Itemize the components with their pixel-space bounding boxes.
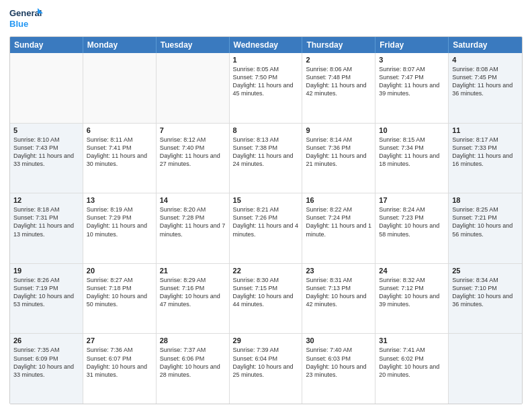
day-cell-19: 19Sunrise: 8:26 AM Sunset: 7:19 PM Dayli… (10, 264, 83, 334)
header-day-saturday: Saturday (449, 37, 522, 53)
day-number: 24 (379, 267, 445, 275)
calendar-header: SundayMondayTuesdayWednesdayThursdayFrid… (10, 37, 522, 53)
svg-text:General: General (9, 8, 42, 18)
cell-text: Sunrise: 8:07 AM Sunset: 7:47 PM Dayligh… (379, 65, 445, 98)
day-cell-18: 18Sunrise: 8:25 AM Sunset: 7:21 PM Dayli… (449, 193, 522, 263)
day-number: 1 (233, 56, 299, 64)
day-number: 22 (233, 267, 299, 275)
header-day-tuesday: Tuesday (157, 37, 230, 53)
empty-cell (157, 53, 230, 123)
cell-text: Sunrise: 8:15 AM Sunset: 7:34 PM Dayligh… (379, 136, 445, 169)
header-day-friday: Friday (375, 37, 449, 53)
day-number: 31 (379, 336, 445, 345)
calendar-body: 1Sunrise: 8:05 AM Sunset: 7:50 PM Daylig… (10, 53, 522, 404)
cell-text: Sunrise: 8:27 AM Sunset: 7:18 PM Dayligh… (87, 276, 152, 309)
day-number: 19 (13, 267, 79, 275)
day-number: 14 (160, 196, 226, 204)
day-cell-17: 17Sunrise: 8:24 AM Sunset: 7:23 PM Dayli… (375, 193, 449, 263)
cell-text: Sunrise: 8:11 AM Sunset: 7:41 PM Dayligh… (87, 136, 152, 169)
day-cell-4: 4Sunrise: 8:08 AM Sunset: 7:45 PM Daylig… (449, 53, 522, 123)
day-cell-25: 25Sunrise: 8:34 AM Sunset: 7:10 PM Dayli… (449, 264, 522, 334)
day-number: 7 (160, 126, 226, 134)
header-day-monday: Monday (83, 37, 157, 53)
cell-text: Sunrise: 8:17 AM Sunset: 7:33 PM Dayligh… (452, 136, 519, 169)
day-cell-29: 29Sunrise: 7:39 AM Sunset: 6:04 PM Dayli… (230, 334, 303, 404)
calendar-row-0: 1Sunrise: 8:05 AM Sunset: 7:50 PM Daylig… (10, 53, 522, 123)
day-cell-16: 16Sunrise: 8:22 AM Sunset: 7:24 PM Dayli… (302, 193, 375, 263)
cell-text: Sunrise: 8:25 AM Sunset: 7:21 PM Dayligh… (452, 205, 519, 238)
day-number: 26 (13, 336, 79, 345)
cell-text: Sunrise: 8:22 AM Sunset: 7:24 PM Dayligh… (306, 205, 371, 238)
day-cell-31: 31Sunrise: 7:41 AM Sunset: 6:02 PM Dayli… (375, 334, 449, 404)
day-cell-24: 24Sunrise: 8:32 AM Sunset: 7:12 PM Dayli… (375, 264, 449, 334)
cell-text: Sunrise: 8:05 AM Sunset: 7:50 PM Dayligh… (233, 65, 299, 98)
cell-text: Sunrise: 8:34 AM Sunset: 7:10 PM Dayligh… (452, 276, 519, 309)
day-cell-27: 27Sunrise: 7:36 AM Sunset: 6:07 PM Dayli… (83, 334, 157, 404)
cell-text: Sunrise: 7:35 AM Sunset: 6:09 PM Dayligh… (13, 346, 79, 379)
logo-svg: General Blue (9, 7, 43, 31)
cell-text: Sunrise: 8:06 AM Sunset: 7:48 PM Dayligh… (306, 65, 371, 98)
cell-text: Sunrise: 8:21 AM Sunset: 7:26 PM Dayligh… (233, 205, 299, 238)
day-number: 27 (87, 336, 152, 345)
cell-text: Sunrise: 8:18 AM Sunset: 7:31 PM Dayligh… (13, 205, 79, 238)
day-cell-15: 15Sunrise: 8:21 AM Sunset: 7:26 PM Dayli… (230, 193, 303, 263)
day-cell-30: 30Sunrise: 7:40 AM Sunset: 6:03 PM Dayli… (302, 334, 375, 404)
day-cell-9: 9Sunrise: 8:14 AM Sunset: 7:36 PM Daylig… (302, 124, 375, 193)
day-number: 13 (87, 196, 152, 204)
day-cell-14: 14Sunrise: 8:20 AM Sunset: 7:28 PM Dayli… (157, 193, 230, 263)
cell-text: Sunrise: 8:19 AM Sunset: 7:29 PM Dayligh… (87, 205, 152, 238)
day-number: 20 (87, 267, 152, 275)
day-number: 23 (306, 267, 371, 275)
page: General Blue SundayMondayTuesdayWednesda… (0, 0, 532, 411)
day-number: 4 (452, 56, 519, 64)
cell-text: Sunrise: 7:37 AM Sunset: 6:06 PM Dayligh… (160, 346, 226, 379)
day-number: 2 (306, 56, 371, 64)
day-number: 11 (452, 126, 519, 134)
cell-text: Sunrise: 8:24 AM Sunset: 7:23 PM Dayligh… (379, 205, 445, 238)
day-number: 5 (13, 126, 79, 134)
day-cell-26: 26Sunrise: 7:35 AM Sunset: 6:09 PM Dayli… (10, 334, 83, 404)
cell-text: Sunrise: 8:12 AM Sunset: 7:40 PM Dayligh… (160, 136, 226, 169)
day-number: 9 (306, 126, 371, 134)
cell-text: Sunrise: 8:26 AM Sunset: 7:19 PM Dayligh… (13, 276, 79, 309)
calendar: SundayMondayTuesdayWednesdayThursdayFrid… (9, 36, 523, 404)
svg-text:Blue: Blue (9, 19, 28, 29)
day-cell-13: 13Sunrise: 8:19 AM Sunset: 7:29 PM Dayli… (83, 193, 157, 263)
cell-text: Sunrise: 8:14 AM Sunset: 7:36 PM Dayligh… (306, 136, 371, 169)
day-number: 21 (160, 267, 226, 275)
day-number: 30 (306, 336, 371, 345)
calendar-row-1: 5Sunrise: 8:10 AM Sunset: 7:43 PM Daylig… (10, 123, 522, 193)
day-cell-3: 3Sunrise: 8:07 AM Sunset: 7:47 PM Daylig… (375, 53, 449, 123)
day-cell-8: 8Sunrise: 8:13 AM Sunset: 7:38 PM Daylig… (230, 124, 303, 193)
day-cell-12: 12Sunrise: 8:18 AM Sunset: 7:31 PM Dayli… (10, 193, 83, 263)
cell-text: Sunrise: 7:40 AM Sunset: 6:03 PM Dayligh… (306, 346, 371, 379)
calendar-row-3: 19Sunrise: 8:26 AM Sunset: 7:19 PM Dayli… (10, 263, 522, 334)
day-cell-7: 7Sunrise: 8:12 AM Sunset: 7:40 PM Daylig… (157, 124, 230, 193)
day-cell-23: 23Sunrise: 8:31 AM Sunset: 7:13 PM Dayli… (302, 264, 375, 334)
day-number: 3 (379, 56, 445, 64)
cell-text: Sunrise: 8:10 AM Sunset: 7:43 PM Dayligh… (13, 136, 79, 169)
empty-cell (10, 53, 83, 123)
empty-cell (83, 53, 157, 123)
cell-text: Sunrise: 7:41 AM Sunset: 6:02 PM Dayligh… (379, 346, 445, 379)
header: General Blue (9, 7, 523, 31)
day-number: 12 (13, 196, 79, 204)
day-cell-28: 28Sunrise: 7:37 AM Sunset: 6:06 PM Dayli… (157, 334, 230, 404)
cell-text: Sunrise: 7:36 AM Sunset: 6:07 PM Dayligh… (87, 346, 152, 379)
day-cell-11: 11Sunrise: 8:17 AM Sunset: 7:33 PM Dayli… (449, 124, 522, 193)
cell-text: Sunrise: 8:31 AM Sunset: 7:13 PM Dayligh… (306, 276, 371, 309)
day-number: 28 (160, 336, 226, 345)
day-number: 10 (379, 126, 445, 134)
cell-text: Sunrise: 7:39 AM Sunset: 6:04 PM Dayligh… (233, 346, 299, 379)
cell-text: Sunrise: 8:29 AM Sunset: 7:16 PM Dayligh… (160, 276, 226, 309)
logo: General Blue (9, 7, 43, 31)
day-number: 16 (306, 196, 371, 204)
day-cell-21: 21Sunrise: 8:29 AM Sunset: 7:16 PM Dayli… (157, 264, 230, 334)
day-number: 15 (233, 196, 299, 204)
day-number: 17 (379, 196, 445, 204)
day-cell-20: 20Sunrise: 8:27 AM Sunset: 7:18 PM Dayli… (83, 264, 157, 334)
cell-text: Sunrise: 8:20 AM Sunset: 7:28 PM Dayligh… (160, 205, 226, 238)
day-cell-5: 5Sunrise: 8:10 AM Sunset: 7:43 PM Daylig… (10, 124, 83, 193)
cell-text: Sunrise: 8:13 AM Sunset: 7:38 PM Dayligh… (233, 136, 299, 169)
header-day-sunday: Sunday (10, 37, 83, 53)
